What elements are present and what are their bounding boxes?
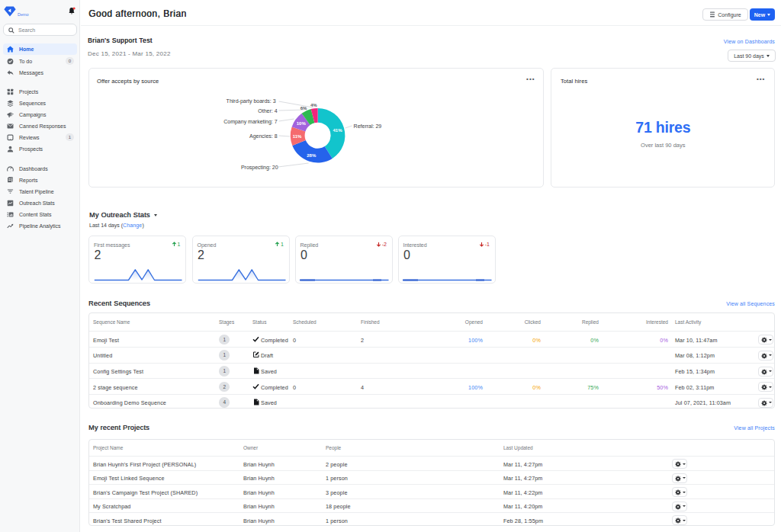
- svg-text:Referral: 29: Referral: 29: [353, 123, 381, 129]
- svg-text:41%: 41%: [333, 128, 342, 133]
- svg-text:4%: 4%: [310, 103, 317, 107]
- svg-text:11%: 11%: [292, 134, 301, 139]
- svg-text:Other: 4: Other: 4: [258, 108, 277, 114]
- svg-text:6%: 6%: [300, 106, 307, 111]
- svg-text:10%: 10%: [296, 121, 306, 126]
- svg-text:Prospecting: 20: Prospecting: 20: [240, 165, 278, 171]
- svg-text:28%: 28%: [307, 153, 317, 158]
- svg-text:Agencies: 8: Agencies: 8: [249, 133, 278, 139]
- svg-text:Third-party boards: 3: Third-party boards: 3: [226, 98, 275, 104]
- svg-text:Company marketing: 7: Company marketing: 7: [223, 119, 278, 125]
